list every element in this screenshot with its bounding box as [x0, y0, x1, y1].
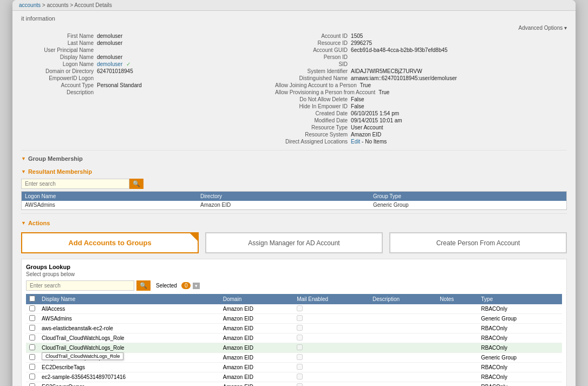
selected-label: Selected — [156, 283, 177, 289]
group-type: RBACOnly — [478, 333, 562, 343]
field-label-restype: Resource Type — [275, 125, 351, 130]
row-checkbox[interactable] — [29, 325, 35, 331]
add-accounts-groups-label: Add Accounts to Groups — [68, 239, 151, 247]
add-accounts-groups-button[interactable]: Add Accounts to Groups — [21, 232, 199, 253]
group-domain: Amazon EID — [220, 324, 293, 333]
group-name: ec2-sample-635645314897071416 — [38, 372, 220, 382]
field-value-hidein: False — [351, 103, 364, 109]
row-checkbox[interactable] — [29, 335, 35, 341]
cell-directory: Amazon EID — [197, 201, 370, 210]
breadcrumb-accounts[interactable]: accounts — [19, 2, 41, 8]
group-mail — [293, 353, 369, 363]
tooltip-popup: CloudTrail_CloudWatchLogs_Role — [42, 352, 123, 360]
group-mail — [293, 382, 369, 387]
table-row: CloudTrail_CloudWatchLogs_Role CloudTrai… — [26, 343, 562, 353]
field-value-logon[interactable]: demoIuser ✓ — [97, 61, 130, 67]
actions-title: Actions — [28, 220, 50, 226]
right-info-panel: Account ID1505 Resource ID2996275 Accoun… — [275, 33, 567, 146]
col-mail-enabled: Mail Enabled — [293, 294, 369, 304]
row-checkbox[interactable] — [29, 354, 35, 360]
field-value-sysid: AIDAJ7WlR5MECBjZ7URVW — [351, 68, 422, 74]
field-label-personid: Person ID — [275, 54, 351, 60]
create-person-button[interactable]: Create Person From Account — [389, 232, 567, 253]
group-notes — [436, 314, 478, 324]
group-desc — [369, 382, 436, 387]
breadcrumb-current: accounts > Account Details — [47, 2, 112, 8]
field-label-accountguid: Account GUID — [275, 47, 351, 53]
field-value-allowjoin: True — [360, 82, 371, 88]
table-row: EC2DescribeTags Amazon EID RBACOnly — [26, 363, 562, 372]
resultant-search-input[interactable] — [21, 179, 129, 189]
group-notes — [436, 333, 478, 343]
field-value-displayname: demoIuser — [97, 54, 122, 60]
group-mail — [293, 314, 369, 324]
select-all-checkbox[interactable] — [29, 296, 35, 302]
groups-table: Display Name Domain Mail Enabled Descrip… — [26, 294, 562, 386]
group-membership-header[interactable]: ▼ Group Membership — [21, 154, 567, 163]
resultant-membership-header[interactable]: ▼ Resultant Membership — [21, 167, 567, 176]
group-mail — [293, 343, 369, 353]
groups-lookup-title: Groups Lookup — [26, 264, 562, 270]
assign-manager-button[interactable]: Assign Manager for AD Account — [205, 232, 383, 253]
field-label-logon: Logon Name — [21, 61, 97, 67]
field-value-donotdelete: False — [351, 96, 364, 102]
group-desc — [369, 372, 436, 382]
field-value-ressystem: Amazon EID — [351, 132, 381, 138]
table-row: AWSAdmins Amazon EID Generic Group — [26, 314, 562, 324]
group-name: AWSAdmins — [38, 314, 220, 324]
groups-lookup-panel: Groups Lookup Select groups below 🔍 Sele… — [21, 259, 567, 386]
row-checkbox[interactable] — [29, 364, 35, 370]
row-checkbox[interactable] — [29, 383, 35, 386]
col-checkbox — [26, 294, 38, 304]
group-name: aws-elasticbeanstalk-ec2-role — [38, 324, 220, 333]
group-domain: Amazon EID — [220, 382, 293, 387]
group-desc — [369, 314, 436, 324]
group-membership-section: ▼ Group Membership — [21, 154, 567, 163]
row-checkbox[interactable] — [29, 315, 35, 321]
field-value-lastname: demoIuser — [97, 40, 122, 46]
field-value-accountguid: 6ecb91d-ba48-4cca-b2bb-9f3b7efd8b45 — [351, 47, 447, 53]
group-domain: Amazon EID — [220, 333, 293, 343]
field-label-firstname: First Name — [21, 33, 97, 39]
field-label-donotdelete: Do Not Allow Delete — [275, 96, 351, 102]
advanced-options-toggle[interactable]: Advanced Options ▾ — [519, 25, 567, 31]
group-mail — [293, 363, 369, 372]
field-label-empowerid: EmpowerID Logon — [21, 75, 97, 81]
group-desc — [369, 363, 436, 372]
group-mail — [293, 304, 369, 314]
row-checkbox[interactable] — [29, 344, 35, 350]
resultant-membership-title: Resultant Membership — [28, 168, 92, 175]
col-display-name: Display Name — [38, 294, 220, 304]
field-value-accountid: 1505 — [351, 33, 363, 39]
field-value-locations: Edit - No Items — [351, 139, 387, 145]
field-label-description: Description — [21, 89, 97, 95]
row-checkbox[interactable] — [29, 374, 35, 380]
field-label-resourceid: Resource ID — [275, 40, 351, 46]
group-domain: Amazon EID — [220, 314, 293, 324]
group-domain: Amazon EID — [220, 363, 293, 372]
table-row: AWSAdmins Amazon EID Generic Group — [22, 201, 566, 210]
group-type: RBACOnly — [478, 304, 562, 314]
groups-search-input[interactable] — [26, 280, 134, 291]
actions-header[interactable]: ▼ Actions — [21, 218, 567, 228]
field-label-ressystem: Resource System — [275, 132, 351, 138]
field-label-upn: User Principal Name — [21, 47, 97, 53]
selected-dropdown-button[interactable]: ▾ — [193, 283, 200, 289]
resultant-search-button[interactable]: 🔍 — [129, 179, 143, 189]
col-description: Description — [369, 294, 436, 304]
cell-group-type: Generic Group — [370, 201, 566, 210]
field-label-modified: Modified Date — [275, 117, 351, 123]
resultant-membership-arrow: ▼ — [21, 169, 26, 174]
group-domain: Amazon EID — [220, 353, 293, 363]
table-row: CloudTrail_CloudWatchLogs_Role Amazon EI… — [26, 333, 562, 343]
actions-section: ▼ Actions Add Accounts to Groups Assign … — [21, 218, 567, 386]
field-label-allowprov: Allow Provisioning a Person from Account — [275, 89, 378, 95]
group-membership-arrow: ▼ — [21, 156, 26, 161]
active-button-corner — [190, 233, 198, 241]
groups-search-button[interactable]: 🔍 — [136, 280, 151, 291]
field-label-allowjoin: Allow Joining Account to a Person — [275, 82, 360, 88]
row-checkbox[interactable] — [29, 305, 35, 311]
group-name: CloudTrail_CloudWatchLogs_Role — [38, 333, 220, 343]
field-value-domain: 624701018945 — [97, 68, 133, 74]
group-name: AllAccess — [38, 304, 220, 314]
